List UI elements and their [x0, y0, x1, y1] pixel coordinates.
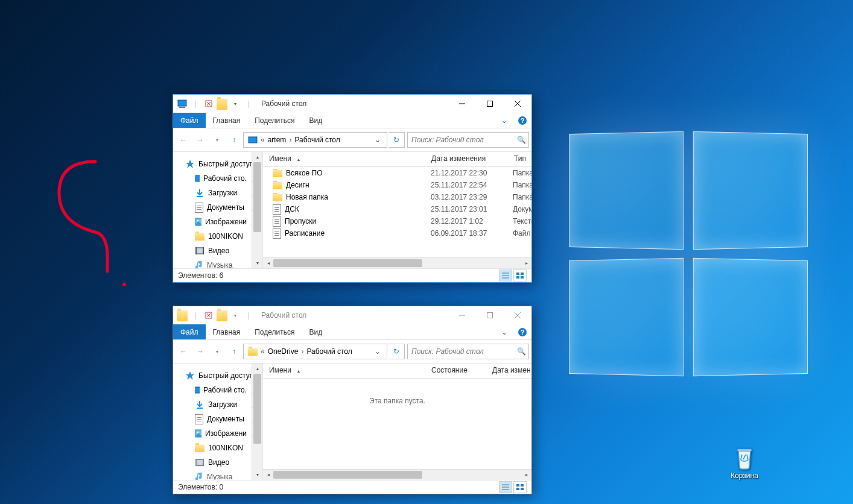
search-input[interactable] — [410, 347, 517, 356]
file-row[interactable]: Расписание06.09.2017 18:37Файл " — [263, 227, 531, 239]
ribbon-expand-icon[interactable]: ⌄ — [495, 324, 513, 339]
tab-file[interactable]: Файл — [173, 324, 206, 339]
breadcrumb-dropdown-icon[interactable]: ⌄ — [371, 136, 384, 144]
qat-folder-icon[interactable] — [217, 310, 227, 321]
file-row[interactable]: ДСК25.11.2017 23:01Докуме — [263, 203, 531, 215]
help-icon[interactable]: ? — [513, 113, 531, 128]
titlebar[interactable]: | ▾ | Рабочий стол — [173, 306, 531, 324]
maximize-button[interactable] — [476, 95, 504, 113]
explorer-window-1[interactable]: | ▾ | Рабочий стол Файл Главная Поделить… — [173, 94, 532, 283]
up-button[interactable]: ↑ — [226, 132, 242, 148]
file-row[interactable]: Десигн25.11.2017 22:54Папка — [263, 179, 531, 191]
column-headers: Имени Состояние Дата изменени — [263, 364, 531, 379]
titlebar[interactable]: | ▾ | Рабочий стол — [173, 95, 531, 113]
tab-home[interactable]: Главная — [206, 113, 248, 128]
search-icon[interactable]: 🔍 — [517, 347, 526, 356]
search-box[interactable]: 🔍 — [407, 132, 529, 148]
breadcrumb-seg-artem[interactable]: artem — [266, 136, 288, 144]
qat-dropdown-icon[interactable]: ▾ — [230, 310, 241, 321]
refresh-button[interactable]: ↻ — [388, 132, 405, 148]
tab-view[interactable]: Вид — [302, 324, 329, 339]
nav-documents[interactable]: Документы📌 — [173, 412, 262, 426]
qat-properties-icon[interactable] — [203, 98, 214, 109]
file-date: 21.12.2017 22:30 — [425, 169, 507, 177]
up-button[interactable]: ↑ — [226, 344, 242, 359]
file-row[interactable]: Всякое ПО21.12.2017 22:30Папка — [263, 167, 531, 179]
qat-separator: | — [190, 98, 201, 109]
nav-100nikon[interactable]: 100NIKON — [173, 441, 262, 455]
search-box[interactable]: 🔍 — [407, 344, 529, 359]
maximize-button[interactable] — [476, 306, 504, 324]
view-details-button[interactable] — [499, 269, 512, 282]
nav-video[interactable]: Видео — [173, 455, 262, 470]
nav-pictures[interactable]: Изображени📌 — [173, 215, 262, 229]
file-list[interactable]: Имени Дата изменения Тип Всякое ПО21.12.… — [263, 152, 531, 268]
nav-pictures[interactable]: Изображени📌 — [173, 426, 262, 441]
nav-100nikon[interactable]: 100NIKON — [173, 229, 262, 244]
close-button[interactable] — [504, 95, 531, 113]
search-icon[interactable]: 🔍 — [517, 136, 526, 144]
nav-music[interactable]: Музыка — [173, 470, 262, 480]
qat-dropdown-icon[interactable]: ▾ — [230, 98, 241, 109]
nav-downloads[interactable]: Загрузки📌 — [173, 186, 262, 200]
refresh-button[interactable]: ↻ — [388, 344, 405, 359]
col-date[interactable]: Дата изменени — [486, 364, 531, 378]
file-row[interactable]: Пропуски29.12.2017 1:02Тексто — [263, 215, 531, 227]
nav-scrollbar[interactable]: ▴▾ — [252, 152, 262, 268]
ribbon-expand-icon[interactable]: ⌄ — [495, 113, 513, 128]
chevron-right-icon[interactable]: › — [288, 136, 293, 144]
nav-music[interactable]: Музыка — [173, 258, 262, 268]
view-details-button[interactable] — [499, 481, 512, 493]
tab-share[interactable]: Поделиться — [247, 324, 302, 339]
explorer-window-2[interactable]: | ▾ | Рабочий стол Файл Главная Поделить… — [173, 306, 532, 494]
help-icon[interactable]: ? — [513, 324, 531, 339]
nav-quick-access[interactable]: Быстрый доступ — [173, 368, 262, 383]
forward-button[interactable]: → — [192, 132, 208, 148]
tab-view[interactable]: Вид — [302, 113, 329, 128]
qat-folder-icon[interactable] — [217, 98, 227, 109]
recent-chevron-icon[interactable]: ▾ — [209, 344, 225, 359]
col-type[interactable]: Тип — [508, 152, 531, 166]
file-row[interactable]: Новая папка03.12.2017 23:29Папка — [263, 191, 531, 203]
horizontal-scrollbar[interactable]: ◂▸ — [263, 257, 531, 268]
navigation-pane[interactable]: Быстрый доступ Рабочий сто.📌 Загрузки📌 Д… — [173, 152, 263, 268]
tab-home[interactable]: Главная — [206, 324, 248, 339]
nav-downloads[interactable]: Загрузки📌 — [173, 397, 262, 412]
forward-button[interactable]: → — [192, 344, 208, 359]
close-button[interactable] — [504, 306, 531, 324]
minimize-button[interactable] — [448, 95, 476, 113]
desktop[interactable]: Корзина | ▾ | Рабочий стол Файл Главная … — [0, 0, 853, 504]
nav-video[interactable]: Видео — [173, 244, 262, 258]
tab-file[interactable]: Файл — [173, 113, 206, 128]
view-icons-button[interactable] — [513, 481, 527, 493]
nav-quick-access[interactable]: Быстрый доступ — [173, 157, 262, 171]
col-date[interactable]: Дата изменения — [425, 152, 508, 166]
nav-desktop[interactable]: Рабочий сто.📌 — [173, 383, 262, 397]
view-icons-button[interactable] — [513, 269, 527, 282]
navigation-pane[interactable]: Быстрый доступ Рабочий сто.📌 Загрузки📌 Д… — [173, 364, 263, 480]
file-date: 06.09.2017 18:37 — [425, 229, 507, 238]
nav-scrollbar[interactable]: ▴▾ — [252, 364, 262, 480]
horizontal-scrollbar[interactable]: ◂▸ — [263, 469, 531, 480]
tab-share[interactable]: Поделиться — [247, 113, 302, 128]
recycle-bin[interactable]: Корзина — [720, 443, 769, 480]
back-button[interactable]: ← — [176, 344, 191, 359]
col-name[interactable]: Имени — [263, 364, 425, 378]
breadcrumb-seg-desktop[interactable]: Рабочий стол — [305, 347, 354, 356]
breadcrumb-seg-desktop[interactable]: Рабочий стол — [293, 136, 341, 144]
chevron-right-icon[interactable]: › — [300, 347, 305, 356]
search-input[interactable] — [410, 135, 517, 145]
col-state[interactable]: Состояние — [425, 364, 486, 378]
qat-properties-icon[interactable] — [203, 310, 214, 321]
breadcrumb[interactable]: « OneDrive › Рабочий стол ⌄ — [243, 344, 387, 359]
file-list[interactable]: Имени Состояние Дата изменени Эта папка … — [263, 364, 531, 480]
minimize-button[interactable] — [448, 306, 476, 324]
col-name[interactable]: Имени — [263, 152, 425, 166]
nav-documents[interactable]: Документы📌 — [173, 200, 262, 215]
breadcrumb[interactable]: « artem › Рабочий стол ⌄ — [243, 132, 387, 148]
recent-chevron-icon[interactable]: ▾ — [209, 132, 225, 148]
breadcrumb-seg-onedrive[interactable]: OneDrive — [266, 347, 300, 356]
back-button[interactable]: ← — [176, 132, 191, 148]
nav-desktop[interactable]: Рабочий сто.📌 — [173, 171, 262, 186]
breadcrumb-dropdown-icon[interactable]: ⌄ — [371, 347, 384, 356]
